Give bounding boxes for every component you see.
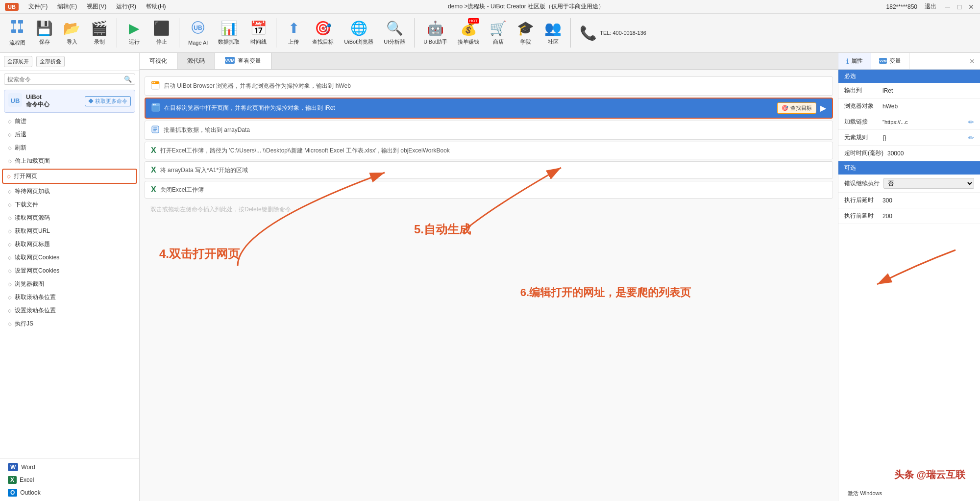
flow-block-4[interactable]: X 打开Excel工作簿，路径为 'C:\\Users\... \\Deskto…	[145, 142, 833, 159]
search-input[interactable]	[7, 76, 124, 83]
save-btn[interactable]: 💾 保存	[32, 18, 57, 48]
svg-text:VVM: VVM	[879, 59, 886, 63]
logout-btn[interactable]: 退出	[925, 2, 936, 11]
stop-btn[interactable]: ⬛ 停止	[149, 18, 174, 48]
academy-label: 学院	[520, 38, 531, 46]
watch-vars-label: 查看变量	[238, 57, 261, 65]
get-more-commands-btn[interactable]: ◆ 获取更多命令	[85, 96, 131, 106]
nav-item-set-cookies[interactable]: ◇ 设置网页Cookies	[0, 264, 139, 277]
right-panel-close-btn[interactable]: ✕	[964, 53, 980, 69]
prop-post-delay-value[interactable]: 300	[882, 197, 974, 204]
prop-element-rule-edit-btn[interactable]: ✏	[968, 134, 974, 142]
nav-item-refresh[interactable]: ◇ 刷新	[0, 141, 139, 154]
category-outlook[interactable]: O Outlook	[4, 486, 135, 499]
upload-btn[interactable]: ⬆ 上传	[281, 18, 306, 48]
uibot-helper-btn[interactable]: 🤖 UiBot助手	[419, 18, 451, 48]
title-bar-menu: UB 文件(F) 编辑(E) 视图(V) 运行(R) 帮助(H)	[5, 2, 166, 11]
nav-item-download[interactable]: ◇ 下载文件	[0, 198, 139, 211]
prop-load-link-edit-btn[interactable]: ✏	[968, 118, 974, 126]
menu-view[interactable]: 视图(V)	[87, 2, 106, 11]
minimize-btn[interactable]: ─	[944, 3, 952, 11]
flowchart-label: 流程图	[9, 39, 25, 47]
nav-item-get-title[interactable]: ◇ 获取网页标题	[0, 238, 139, 251]
close-btn[interactable]: ✕	[967, 3, 975, 11]
nav-item-back[interactable]: ◇ 后退	[0, 128, 139, 141]
nav-label: 读取网页源码	[15, 214, 50, 222]
flow-block-3[interactable]: 批量抓取数据，输出到 arrayData	[145, 121, 833, 140]
outlook-icon: O	[8, 489, 17, 497]
prop-element-rule-value[interactable]: {}	[882, 134, 964, 141]
academy-btn[interactable]: 🎓 学院	[513, 18, 538, 48]
prop-pre-delay-value[interactable]: 200	[882, 213, 974, 220]
nav-item-forward[interactable]: ◇ 前进	[0, 115, 139, 128]
category-excel[interactable]: X Excel	[4, 474, 135, 486]
import-btn[interactable]: 📂 导入	[59, 18, 84, 48]
excel-icon-5: X	[151, 166, 156, 175]
maximize-btn[interactable]: □	[956, 3, 963, 11]
nav-item-get-scroll[interactable]: ◇ 获取滚动条位置	[0, 291, 139, 304]
nav-item-screenshot[interactable]: ◇ 浏览器截图	[0, 277, 139, 291]
menu-run[interactable]: 运行(R)	[116, 2, 136, 11]
mage-ai-btn[interactable]: UB Mage AI	[184, 18, 212, 48]
svg-point-14	[152, 82, 153, 83]
record-btn[interactable]: 🎬 录制	[87, 18, 112, 48]
flow-block-5[interactable]: X 将 arrayData 写入*A1*开始的区域	[145, 161, 833, 179]
timeline-btn[interactable]: 📅 时间线	[246, 18, 271, 48]
category-word[interactable]: W Word	[4, 461, 135, 474]
tab-source-code[interactable]: 源代码	[177, 53, 215, 69]
nav-item-read-cookies[interactable]: ◇ 读取网页Cookies	[0, 251, 139, 264]
right-tab-variables[interactable]: VVM 变量	[871, 53, 909, 69]
flowchart-btn[interactable]: 流程图	[5, 17, 29, 49]
nav-item-preload[interactable]: ◇ 偷上加载页面	[0, 154, 139, 168]
bullet: ◇	[8, 321, 12, 326]
flow-block-2[interactable]: 在目标浏览器中打开页面，并将此页面作为操控对象，输出到 iRet 🎯 查找目标 …	[145, 98, 833, 119]
data-capture-icon: 📊	[220, 20, 238, 36]
uibot-browser-btn[interactable]: 🌐 UiBot浏览器	[340, 18, 377, 48]
flow-block-1[interactable]: 启动 UiBot Browser 浏览器，并将此浏览器作为操控对象，输出到 hW…	[145, 76, 833, 96]
expand-all-btn[interactable]: 全部展开	[4, 56, 32, 67]
nav-item-set-scroll[interactable]: ◇ 设置滚动条位置	[0, 304, 139, 317]
nav-item-wait-load[interactable]: ◇ 等待网页加载	[0, 185, 139, 198]
data-capture-btn[interactable]: 📊 数据抓取	[214, 18, 244, 48]
menu-edit[interactable]: 编辑(E)	[57, 2, 77, 11]
block-1-text: 启动 UiBot Browser 浏览器，并将此浏览器作为操控对象，输出到 hW…	[164, 82, 351, 90]
community-btn[interactable]: 👥 社区	[540, 18, 565, 48]
prop-load-link: 加载链接 "https://...c ✏	[838, 114, 980, 130]
flow-content: 启动 UiBot Browser 浏览器，并将此浏览器作为操控对象，输出到 hW…	[140, 70, 838, 501]
prop-error-continue-select[interactable]: 否 是	[883, 178, 974, 189]
menu-help[interactable]: 帮助(H)	[146, 2, 166, 11]
bullet: ◇	[8, 158, 12, 164]
command-center[interactable]: UB UiBot命令中心 ◆ 获取更多命令	[4, 90, 135, 113]
nav-label: 前进	[15, 117, 26, 125]
nav-item-get-url[interactable]: ◇ 获取网页URL	[0, 225, 139, 238]
find-target-icon: 🎯	[315, 20, 332, 36]
run-btn[interactable]: ▶ 运行	[122, 18, 147, 48]
menu-file[interactable]: 文件(F)	[28, 2, 48, 11]
prop-browser-value[interactable]: hWeb	[882, 103, 974, 110]
find-target-flow-btn[interactable]: 🎯 查找目标	[777, 102, 816, 114]
collapse-all-btn[interactable]: 全部折叠	[36, 56, 65, 67]
shop-btn[interactable]: 🛒 商店	[486, 18, 511, 48]
uibot-browser-icon: 🌐	[350, 20, 368, 36]
find-target-toolbar-btn[interactable]: 🎯 查找目标	[308, 18, 338, 48]
ui-analyzer-btn[interactable]: 🔍 UI分析器	[380, 18, 409, 48]
nav-item-exec-js[interactable]: ◇ 执行JS	[0, 317, 139, 330]
right-panel: ℹ 属性 VVM 变量 ✕ 必选 输出到 iRet 浏览器对象 hWeb	[838, 53, 980, 501]
bullet: ◇	[8, 295, 12, 300]
prop-output-label: 输出到	[844, 86, 879, 95]
tel-btn[interactable]: 📞 TEL: 400-0018-136	[576, 23, 650, 44]
right-tab-properties[interactable]: ℹ 属性	[838, 53, 871, 69]
earn-money-btn[interactable]: 💰HOT 接单赚钱	[454, 18, 483, 48]
tab-visualize[interactable]: 可视化	[140, 53, 177, 69]
nav-item-open-page[interactable]: ◇ 打开网页	[2, 169, 137, 184]
prop-timeout-value[interactable]: 30000	[887, 150, 974, 157]
save-icon: 💾	[36, 20, 53, 36]
nav-item-read-source[interactable]: ◇ 读取网页源码	[0, 211, 139, 225]
prop-load-link-value[interactable]: "https://...c	[882, 119, 964, 125]
flow-block-6[interactable]: X 关闭Excel工作簿	[145, 181, 833, 199]
tab-watch-vars[interactable]: VVM 查看变量	[215, 53, 271, 69]
svg-point-19	[154, 104, 155, 105]
block-6-text: 关闭Excel工作簿	[160, 186, 204, 194]
prop-output-value[interactable]: iRet	[882, 87, 974, 94]
svg-point-15	[154, 82, 155, 83]
